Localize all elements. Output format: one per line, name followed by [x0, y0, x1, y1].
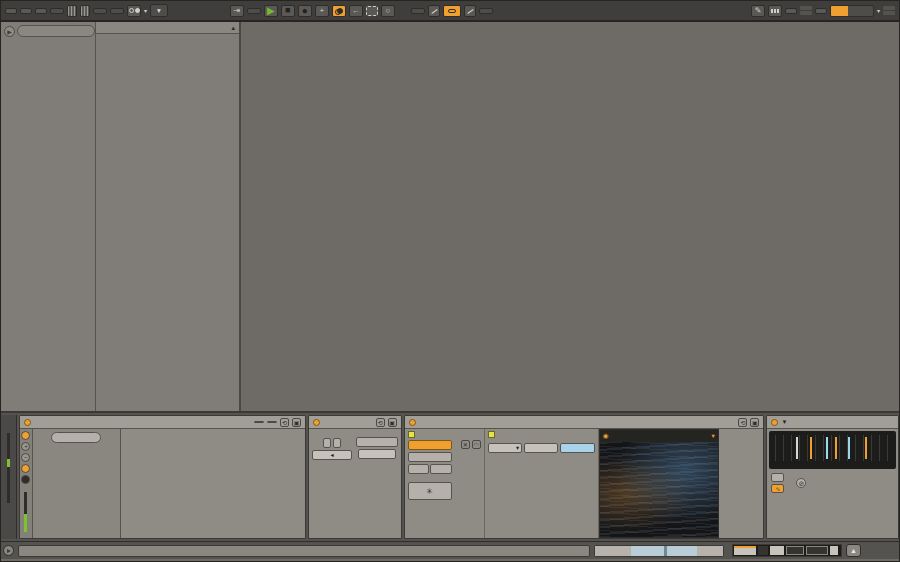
dc-shift-button[interactable]	[356, 437, 398, 447]
map-button[interactable]	[267, 421, 277, 423]
follow-arrow-icon[interactable]: ⇥	[230, 5, 244, 17]
hot-swap-icon[interactable]: ⟲	[376, 418, 385, 427]
search-input[interactable]	[17, 25, 95, 37]
tap-tempo-button[interactable]	[35, 8, 47, 14]
hot-swap-icon[interactable]: ⟲	[738, 418, 747, 427]
info-bar	[18, 545, 590, 557]
redux-title-bar[interactable]: ⟲ ▣	[309, 416, 401, 429]
draw-mode-button[interactable]: ✎	[751, 5, 765, 17]
rack-add-button[interactable]: +	[21, 442, 30, 451]
re-enable-automation-button[interactable]: ←	[349, 5, 363, 17]
freeze-onsets-button[interactable]	[408, 464, 430, 474]
midi-overdub-button[interactable]: +	[315, 5, 329, 17]
phaser-display	[769, 431, 896, 469]
freeze-button[interactable]: ✳	[408, 482, 452, 500]
record-button[interactable]: ●	[298, 5, 312, 17]
tree-header[interactable]: ▴	[96, 22, 239, 34]
loop-length-field[interactable]	[479, 8, 493, 14]
key-midi-indicators	[800, 6, 812, 15]
time-signature-field[interactable]	[93, 8, 107, 14]
stereo-field[interactable]	[524, 443, 558, 453]
link-button[interactable]	[5, 8, 17, 14]
delay-section: ▾	[485, 429, 599, 538]
delay-toggle[interactable]	[488, 431, 495, 438]
rack-mini-meter	[24, 492, 27, 532]
preview-play-icon[interactable]	[3, 545, 14, 556]
loop-button[interactable]	[443, 5, 461, 17]
spectrogram-play-icon[interactable]: ◉	[603, 432, 609, 440]
loop-start-field[interactable]	[411, 8, 425, 14]
main-area: ▶ ▴	[1, 22, 899, 411]
rack-title-bar[interactable]: ⟲ ▣	[20, 416, 305, 429]
freeze-manual-button[interactable]	[408, 440, 452, 450]
preview-button[interactable]: ▶	[4, 26, 15, 37]
fade-mode-icon[interactable]: ◠	[472, 440, 481, 449]
groove-amount-field[interactable]	[110, 8, 124, 14]
browser-sidebar: ▶	[1, 22, 96, 411]
phaser-title-bar[interactable]: ▼	[767, 416, 898, 429]
browser-panel: ▶ ▴	[1, 22, 241, 411]
device-scroll-bar[interactable]	[594, 545, 724, 557]
rack-chain-toggle[interactable]	[21, 464, 30, 473]
macro-controls	[121, 429, 305, 538]
capture-midi-button[interactable]	[366, 6, 378, 16]
cpu-meter[interactable]	[830, 5, 874, 17]
stop-button[interactable]: ■	[281, 5, 295, 17]
nudge-up-button[interactable]	[80, 5, 90, 17]
save-preset-icon[interactable]: ▣	[750, 418, 759, 427]
lfo-waveform-button[interactable]: ∿	[771, 484, 784, 493]
rack-macro-toggle[interactable]	[21, 431, 30, 440]
phase-invert-button[interactable]: ⊘	[796, 478, 806, 488]
metronome-menu-icon[interactable]: ▾	[144, 7, 147, 14]
midi-map-button[interactable]	[815, 8, 827, 14]
transport-bar: ▾ ▾ ⇥ ▶ ■ ● + ← ○ ✎ ▾	[1, 1, 899, 22]
macro-variations-label	[36, 521, 117, 535]
nudge-down-button[interactable]	[67, 5, 77, 17]
xfade-mode-icon[interactable]: ✕	[461, 440, 470, 449]
macro-variations-panel	[33, 429, 121, 538]
save-preset-icon[interactable]: ▣	[388, 418, 397, 427]
rack-device-toggle[interactable]	[21, 475, 30, 484]
spectral-time-device: ⟲ ▣ ✳	[404, 415, 765, 539]
save-preset-icon[interactable]: ▣	[292, 418, 301, 427]
computer-midi-keyboard-button[interactable]	[768, 5, 782, 17]
device-on-button[interactable]	[409, 419, 416, 426]
follow-button[interactable]	[20, 8, 32, 14]
metronome-button[interactable]	[127, 5, 141, 17]
redux-device: ⟲ ▣ ◂	[308, 415, 402, 539]
device-on-button[interactable]	[24, 419, 31, 426]
fold-device-icon[interactable]: ▼	[781, 419, 787, 425]
freezer-section: ✳ ✕ ◠	[405, 429, 485, 538]
filter-pre-button[interactable]	[323, 438, 331, 448]
device-view-toggle[interactable]: ▲	[846, 544, 861, 557]
device-on-button[interactable]	[771, 419, 778, 426]
filter-post-button[interactable]	[333, 438, 341, 448]
freezer-toggle[interactable]	[408, 431, 415, 438]
automation-arm-button[interactable]	[332, 5, 346, 17]
rate-hz-button[interactable]	[771, 473, 784, 482]
tempo-field[interactable]	[50, 8, 64, 14]
hot-swap-icon[interactable]: ⟲	[280, 418, 289, 427]
rack-toolbar: + −	[20, 429, 33, 538]
freeze-retrigger-button[interactable]	[408, 452, 452, 462]
new-variation-button[interactable]	[51, 432, 101, 443]
play-button[interactable]: ▶	[264, 5, 278, 17]
punch-in-button[interactable]	[428, 5, 440, 17]
spectral-title-bar[interactable]: ⟲ ▣	[405, 416, 764, 429]
filter-freq-field[interactable]: ◂	[312, 450, 352, 460]
key-map-button[interactable]	[785, 8, 797, 14]
punch-out-button[interactable]	[464, 5, 476, 17]
arrangement-position-field[interactable]	[247, 8, 261, 14]
delay-mode-select[interactable]: ▾	[488, 443, 522, 453]
device-chain-overview[interactable]	[732, 544, 842, 557]
quantization-menu[interactable]: ▾	[150, 4, 168, 18]
rand-button[interactable]	[254, 421, 264, 423]
cpu-menu-icon[interactable]: ▾	[877, 7, 880, 14]
device-on-button[interactable]	[313, 419, 320, 426]
delay-drywet-field[interactable]	[560, 443, 594, 453]
session-record-button[interactable]: ○	[381, 5, 395, 17]
drywet-field[interactable]	[358, 449, 396, 459]
rack-remove-button[interactable]: −	[21, 453, 30, 462]
session-view	[241, 22, 899, 411]
freeze-sync-button[interactable]	[430, 464, 452, 474]
